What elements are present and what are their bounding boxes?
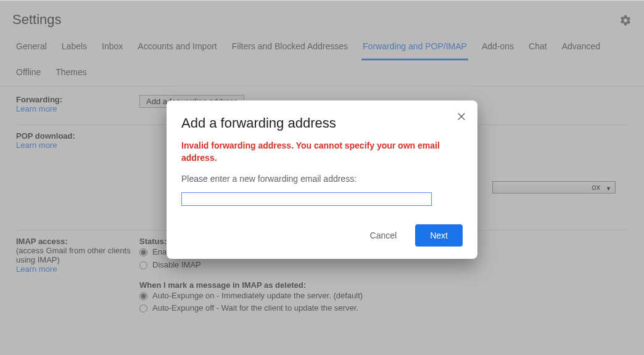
dialog-title: Add a forwarding address: [181, 115, 463, 131]
add-forwarding-dialog: Add a forwarding address Invalid forward…: [167, 100, 477, 259]
dialog-error: Invalid forwarding address. You cannot s…: [181, 140, 463, 164]
forwarding-email-input[interactable]: [181, 192, 432, 206]
next-button[interactable]: Next: [415, 224, 463, 247]
close-icon[interactable]: [454, 109, 469, 124]
dialog-prompt: Please enter a new forwarding email addr…: [181, 174, 463, 184]
cancel-button[interactable]: Cancel: [364, 226, 403, 245]
modal-overlay: Add a forwarding address Invalid forward…: [0, 1, 644, 355]
